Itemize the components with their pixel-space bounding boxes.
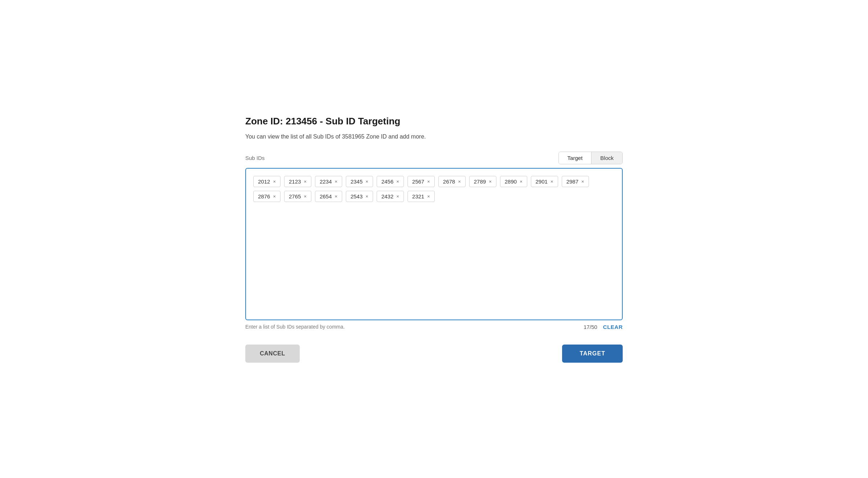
tag-label: 2345 <box>351 178 363 185</box>
tag-label: 2987 <box>566 178 578 185</box>
toggle-block-button[interactable]: Block <box>591 152 622 164</box>
hint-text: Enter a list of Sub IDs separated by com… <box>245 324 345 330</box>
tag-remove-icon[interactable]: × <box>365 179 368 184</box>
tag-label: 2012 <box>258 178 270 185</box>
list-item: 2876× <box>253 191 281 202</box>
footer-info: Enter a list of Sub IDs separated by com… <box>245 324 623 330</box>
cancel-button[interactable]: CANCEL <box>245 345 300 363</box>
tag-label: 2789 <box>474 178 486 185</box>
tags-container[interactable]: 2012×2123×2234×2345×2456×2567×2678×2789×… <box>245 168 623 320</box>
count-text: 17/50 <box>584 324 597 330</box>
count-clear-group: 17/50 CLEAR <box>584 324 623 330</box>
tag-label: 2456 <box>381 178 393 185</box>
list-item: 2345× <box>346 176 373 187</box>
list-item: 2765× <box>284 191 311 202</box>
tag-remove-icon[interactable]: × <box>427 194 430 199</box>
tag-remove-icon[interactable]: × <box>335 194 337 199</box>
list-item: 2432× <box>377 191 404 202</box>
tag-remove-icon[interactable]: × <box>396 194 399 199</box>
tag-label: 2890 <box>505 178 517 185</box>
sub-ids-label: Sub IDs <box>245 155 265 161</box>
list-item: 2012× <box>253 176 281 187</box>
list-item: 2901× <box>531 176 558 187</box>
tag-label: 2876 <box>258 193 270 199</box>
sub-ids-row: Sub IDs Target Block <box>245 152 623 164</box>
tag-label: 2567 <box>412 178 424 185</box>
list-item: 2567× <box>408 176 435 187</box>
tag-label: 2234 <box>320 178 332 185</box>
list-item: 2654× <box>315 191 342 202</box>
dialog-title: Zone ID: 213456 - Sub ID Targeting <box>245 116 623 127</box>
tag-remove-icon[interactable]: × <box>489 179 492 184</box>
target-action-button[interactable]: TARGET <box>562 345 623 363</box>
tag-label: 2543 <box>351 193 363 199</box>
tag-remove-icon[interactable]: × <box>304 194 307 199</box>
tag-remove-icon[interactable]: × <box>273 194 276 199</box>
actions-row: CANCEL TARGET <box>245 345 623 363</box>
list-item: 2789× <box>469 176 496 187</box>
dialog-container: Zone ID: 213456 - Sub ID Targeting You c… <box>216 94 652 384</box>
tag-remove-icon[interactable]: × <box>273 179 276 184</box>
tag-label: 2901 <box>536 178 548 185</box>
clear-button[interactable]: CLEAR <box>603 324 623 330</box>
list-item: 2321× <box>408 191 435 202</box>
list-item: 2987× <box>562 176 589 187</box>
tag-remove-icon[interactable]: × <box>365 194 368 199</box>
tag-remove-icon[interactable]: × <box>550 179 553 184</box>
tag-remove-icon[interactable]: × <box>335 179 337 184</box>
list-item: 2123× <box>284 176 311 187</box>
tag-remove-icon[interactable]: × <box>458 179 461 184</box>
tag-remove-icon[interactable]: × <box>304 179 307 184</box>
list-item: 2890× <box>500 176 527 187</box>
toggle-target-button[interactable]: Target <box>559 152 592 164</box>
tag-label: 2678 <box>443 178 455 185</box>
list-item: 2456× <box>377 176 404 187</box>
tag-label: 2321 <box>412 193 424 199</box>
tag-remove-icon[interactable]: × <box>581 179 584 184</box>
tag-remove-icon[interactable]: × <box>520 179 523 184</box>
toggle-group: Target Block <box>558 152 623 164</box>
tag-label: 2654 <box>320 193 332 199</box>
list-item: 2543× <box>346 191 373 202</box>
dialog-subtitle: You can view the list of all Sub IDs of … <box>245 133 623 140</box>
list-item: 2678× <box>438 176 466 187</box>
tag-label: 2432 <box>381 193 393 199</box>
tag-remove-icon[interactable]: × <box>396 179 399 184</box>
list-item: 2234× <box>315 176 342 187</box>
tag-label: 2765 <box>289 193 301 199</box>
tag-remove-icon[interactable]: × <box>427 179 430 184</box>
tag-label: 2123 <box>289 178 301 185</box>
